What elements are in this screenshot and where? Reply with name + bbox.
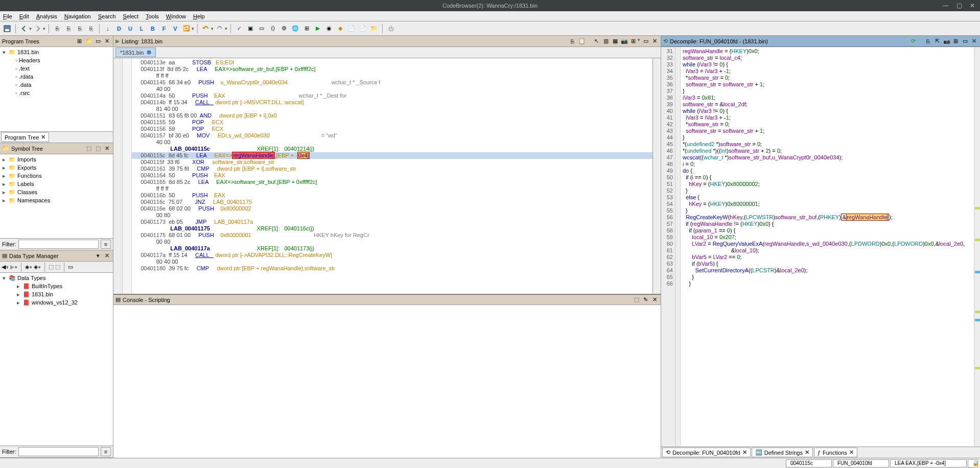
tool1-icon[interactable]: ◉ — [324, 24, 334, 34]
symbol-folder[interactable]: ▸📁Functions — [1, 172, 112, 180]
decompile-line[interactable]: } — [681, 88, 974, 95]
symbol-folder[interactable]: ▸📁Namespaces — [1, 196, 112, 204]
decompile-line[interactable]: while (iVar3 != 0) { — [681, 108, 974, 114]
decompile-line[interactable]: if (bVar5) { — [681, 261, 974, 267]
st-icon1[interactable]: ⬚ — [85, 145, 92, 152]
d-copy-icon[interactable]: ⎘ — [924, 37, 932, 45]
listing-tab-close-icon[interactable]: ⊗ — [147, 49, 151, 56]
letter-l-icon[interactable]: L — [136, 24, 147, 34]
listing-row[interactable]: 00401151 83 65 f8 00 AND dword ptr [EBP … — [132, 112, 652, 119]
nav2-icon[interactable]: ⎘ — [63, 24, 74, 34]
c-tool1-icon[interactable]: ⬚ — [633, 296, 640, 303]
l-close-icon[interactable]: ✕ — [651, 37, 659, 45]
dtm-item[interactable]: ▸📕1831.bin — [15, 290, 112, 298]
decompile-line[interactable]: regWanaHandle = (HKEY)0x0; — [681, 48, 974, 55]
window-controls[interactable]: — ▢ ✕ — [942, 2, 978, 9]
tree-root[interactable]: ▾📁1831.bin — [1, 48, 112, 56]
menu-edit[interactable]: Edit — [19, 13, 29, 19]
listing-row[interactable]: 0040115f 33 f6 XOR software_str,software… — [132, 159, 652, 166]
window-icon[interactable]: ▭ — [256, 24, 267, 34]
l-tool4-icon[interactable]: ⊞ — [629, 37, 637, 45]
decompile-body[interactable]: regWanaHandle = (HKEY)0x0;software_str =… — [681, 47, 974, 447]
gears-icon[interactable]: ⚙ — [279, 24, 289, 34]
listing-row[interactable]: 00401157 bf 30 e0 MOV EDI,s_wd_0040e030 … — [132, 132, 652, 139]
decompile-line[interactable]: if (i == 0) { — [681, 174, 974, 181]
l-cursor-icon[interactable]: ↖ — [593, 37, 600, 45]
dtm-menu-icon[interactable]: ▾ — [94, 252, 102, 260]
l-restore-icon[interactable]: ▭ — [642, 37, 649, 45]
listing-row[interactable]: 40 00 — [132, 86, 652, 92]
check-icon[interactable]: ✓ — [234, 24, 244, 34]
listing-row[interactable]: 0040115c 8d 45 fc LEA EAX=>regWanaHandle… — [132, 152, 652, 159]
letter-b-icon[interactable]: B — [148, 24, 158, 34]
decompile-line[interactable]: } — [681, 207, 974, 214]
listing-row[interactable]: 00401175 68 01 00 PUSH 0x80000001 HKEY h… — [132, 232, 652, 239]
decompile-line[interactable]: local_10 = 0x207; — [681, 234, 974, 241]
globe-icon[interactable]: 🌐 — [290, 24, 300, 34]
listing-row[interactable]: ff ff ff — [132, 185, 652, 192]
program-tree-tab[interactable]: Program Tree✕ — [1, 132, 49, 142]
listing-row[interactable]: 00401156 59 POP ECX — [132, 126, 652, 132]
letter-v-icon[interactable]: V — [170, 24, 180, 34]
menu-tools[interactable]: Tools — [146, 13, 159, 19]
decompile-line[interactable]: software_str = &local_2df; — [681, 101, 974, 108]
forward-icon[interactable] — [33, 24, 43, 34]
menu-navigation[interactable]: Navigation — [64, 13, 91, 19]
tab-close-icon[interactable]: ✕ — [805, 449, 809, 456]
l-tool1-icon[interactable]: ▥ — [602, 37, 610, 45]
pt-icon2[interactable]: 📁 — [85, 37, 92, 45]
d-camera-icon[interactable]: 📷 — [943, 37, 950, 45]
l-tool2-icon[interactable]: ▦ — [611, 37, 619, 45]
tree-icon[interactable]: ⊞ — [301, 24, 312, 34]
symbol-filter-input[interactable] — [18, 240, 99, 249]
decompile-line[interactable]: software_str = software_str + 1; — [681, 81, 974, 88]
decompile-line[interactable]: *(undefined2 *)software_str = 0; — [681, 141, 974, 148]
listing-row[interactable]: 00401180 39 75 fc CMP dword ptr [EBP + r… — [132, 265, 652, 272]
power-icon[interactable]: ⏻ — [386, 24, 396, 34]
pt-close-icon[interactable]: ✕ — [103, 37, 111, 45]
listing-body[interactable]: 0040113e aa STOSB ES:EDI 0040113f 8d 85 … — [132, 58, 652, 294]
cycle-icon[interactable]: 🔁 — [181, 24, 192, 34]
symbol-folder[interactable]: ▸📁Classes — [1, 188, 112, 196]
tree-section[interactable]: ▫.rdata — [15, 73, 112, 81]
panel-tab[interactable]: ⟲Decompile: FUN_004010fd✕ — [662, 448, 751, 457]
listing-row[interactable]: 0040116b 50 PUSH EAX — [132, 192, 652, 199]
l-copy-icon[interactable]: ⎘ — [569, 37, 576, 45]
decompile-line[interactable]: RegCreateKeyW(hKey,(LPCWSTR)software_str… — [681, 214, 974, 221]
listing-row[interactable]: 0040113f 8d 85 2c LEA EAX=>software_str_… — [132, 66, 652, 73]
dtm-fwd-icon[interactable]: ▶ — [10, 264, 14, 270]
dtm-item[interactable]: ▸📕BuiltInTypes — [15, 282, 112, 290]
doc1-icon[interactable]: 📄 — [346, 24, 357, 34]
decompile-line[interactable]: LVar2 = RegQueryValueExA(regWanaHandle,s… — [681, 241, 974, 247]
decompile-line[interactable]: hKey = (HKEY)0x80000001; — [681, 201, 974, 207]
tree-section[interactable]: ▫.rsrc — [15, 89, 112, 97]
menu-file[interactable]: File — [3, 13, 12, 19]
redo-icon[interactable] — [215, 24, 225, 34]
status-lock-icon[interactable]: 🔒 — [968, 459, 978, 467]
tab-close-icon[interactable]: ✕ — [849, 449, 854, 456]
listing-row[interactable]: 0040116c 75 07 JNZ LAB_00401175 — [132, 199, 652, 205]
decompile-line[interactable]: do { — [681, 168, 974, 174]
decompile-line[interactable]: if (regWanaHandle != (HKEY)0x0) { — [681, 221, 974, 227]
decompile-overview[interactable] — [974, 47, 980, 447]
dtm-root[interactable]: ▾📚Data Types — [1, 274, 112, 282]
dtm-filter-settings-icon[interactable]: ≡ — [101, 447, 111, 456]
l-camera-icon[interactable]: 📷 — [620, 37, 628, 45]
c-close-icon[interactable]: ✕ — [651, 296, 659, 303]
tree-section[interactable]: ▫Headers — [15, 56, 112, 64]
diamond-icon[interactable]: ◆ — [335, 24, 345, 34]
decompile-line[interactable]: } — [681, 280, 974, 287]
decompile-line[interactable]: iVar3 = 0x81; — [681, 95, 974, 101]
listing-row[interactable]: 00401161 39 75 f8 CMP dword ptr [EBP + i… — [132, 166, 652, 172]
menu-analysis[interactable]: Analysis — [36, 13, 57, 19]
listing-row[interactable]: 40 00 — [132, 139, 652, 146]
dtm-tool1-icon[interactable]: ◈ — [25, 264, 29, 270]
listing-row[interactable]: LAB_0040117a XREF[1]: 00401173(j) — [132, 245, 652, 252]
decompile-line[interactable]: software_str = software_str + 1; — [681, 128, 974, 134]
decompile-line[interactable]: *(undefined *)((int)software_str + 2) = … — [681, 148, 974, 154]
d-settings-icon[interactable]: ⊞ — [952, 37, 960, 45]
l-paste-icon[interactable]: 📋 — [578, 37, 586, 45]
file-icon[interactable]: 📁 — [369, 24, 379, 34]
listing-row[interactable]: 0040117a ff 15 14 CALL dword ptr [->ADVA… — [132, 252, 652, 259]
decompile-line[interactable]: SetCurrentDirectoryA((LPCSTR)&local_2e0)… — [681, 267, 974, 274]
